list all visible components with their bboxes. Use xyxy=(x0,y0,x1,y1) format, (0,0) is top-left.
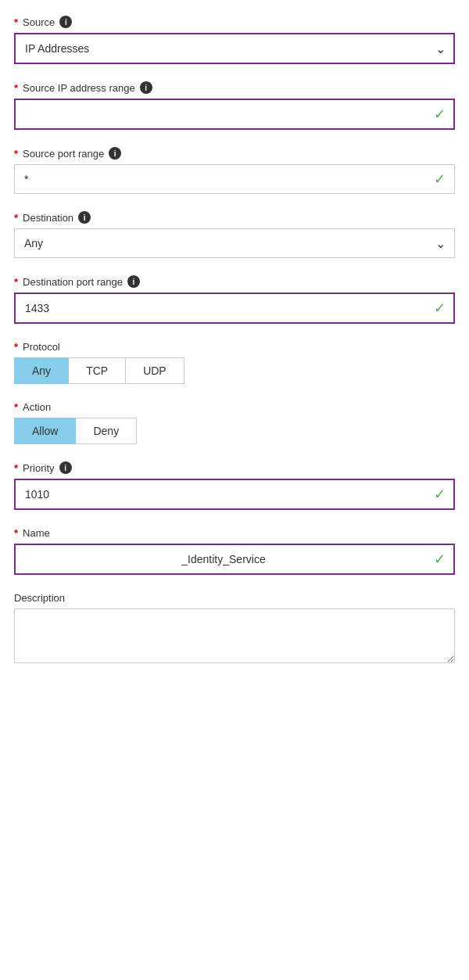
action-button-group: Allow Deny xyxy=(14,418,455,444)
source-group: * Source i IP Addresses Any Service Tag … xyxy=(14,16,455,64)
required-star: * xyxy=(14,527,18,539)
description-label: Description xyxy=(14,592,455,604)
name-group: * Name ✓ xyxy=(14,527,455,575)
name-label: * Name xyxy=(14,527,455,539)
priority-label-text: Priority xyxy=(23,462,54,474)
required-star: * xyxy=(14,82,18,94)
name-input-wrapper: ✓ xyxy=(14,544,455,575)
name-label-text: Name xyxy=(23,527,50,539)
required-star: * xyxy=(14,212,18,224)
destination-port-range-info-icon[interactable]: i xyxy=(127,275,140,288)
destination-port-range-group: * Destination port range i ✓ xyxy=(14,275,455,324)
priority-label: * Priority i xyxy=(14,461,455,474)
source-port-range-info-icon[interactable]: i xyxy=(109,147,121,160)
destination-port-range-label-text: Destination port range xyxy=(23,276,123,288)
source-ip-range-label-text: Source IP address range xyxy=(23,82,135,94)
source-port-range-input[interactable] xyxy=(14,164,455,194)
action-group: * Action Allow Deny xyxy=(14,401,455,444)
protocol-tcp-button[interactable]: TCP xyxy=(69,357,126,384)
description-group: Description xyxy=(14,592,455,666)
required-star: * xyxy=(14,16,18,28)
action-allow-button[interactable]: Allow xyxy=(14,418,76,444)
destination-port-range-label: * Destination port range i xyxy=(14,275,455,288)
source-port-range-input-wrapper: ✓ xyxy=(14,164,455,194)
required-star: * xyxy=(14,276,18,288)
source-label: * Source i xyxy=(14,16,455,28)
required-star: * xyxy=(14,462,18,474)
protocol-label: * Protocol xyxy=(14,341,455,353)
protocol-label-text: Protocol xyxy=(23,341,60,353)
destination-label-text: Destination xyxy=(23,212,73,224)
source-port-range-group: * Source port range i ✓ xyxy=(14,147,455,194)
name-input[interactable] xyxy=(14,544,455,575)
source-port-range-label-text: Source port range xyxy=(23,148,104,160)
source-label-text: Source xyxy=(23,16,55,28)
source-ip-range-input-wrapper: ✓ xyxy=(14,99,455,130)
destination-port-range-input-wrapper: ✓ xyxy=(14,293,455,324)
description-textarea[interactable] xyxy=(14,608,455,663)
source-select-wrapper: IP Addresses Any Service Tag Application… xyxy=(14,33,455,64)
destination-select[interactable]: Any IP Addresses Service Tag Application… xyxy=(14,228,455,258)
source-ip-range-input[interactable] xyxy=(14,99,455,130)
destination-select-wrapper: Any IP Addresses Service Tag Application… xyxy=(14,228,455,258)
required-star: * xyxy=(14,341,18,353)
destination-group: * Destination i Any IP Addresses Service… xyxy=(14,211,455,258)
source-ip-range-group: * Source IP address range i ✓ xyxy=(14,81,455,130)
destination-info-icon[interactable]: i xyxy=(78,211,91,224)
destination-label: * Destination i xyxy=(14,211,455,224)
source-ip-range-label: * Source IP address range i xyxy=(14,81,455,94)
action-label-text: Action xyxy=(23,401,51,413)
action-deny-button[interactable]: Deny xyxy=(76,418,137,444)
source-select[interactable]: IP Addresses Any Service Tag Application… xyxy=(14,33,455,64)
source-port-range-label: * Source port range i xyxy=(14,147,455,160)
priority-input-wrapper: ✓ xyxy=(14,479,455,510)
description-label-text: Description xyxy=(14,592,65,604)
protocol-group: * Protocol Any TCP UDP xyxy=(14,341,455,384)
source-info-icon[interactable]: i xyxy=(59,16,72,28)
priority-group: * Priority i ✓ xyxy=(14,461,455,510)
required-star: * xyxy=(14,148,18,160)
destination-port-range-input[interactable] xyxy=(14,293,455,324)
priority-input[interactable] xyxy=(14,479,455,510)
protocol-udp-button[interactable]: UDP xyxy=(126,357,184,384)
action-label: * Action xyxy=(14,401,455,413)
source-ip-range-info-icon[interactable]: i xyxy=(140,81,152,94)
priority-info-icon[interactable]: i xyxy=(59,461,72,474)
protocol-any-button[interactable]: Any xyxy=(14,357,69,384)
protocol-button-group: Any TCP UDP xyxy=(14,357,455,384)
required-star: * xyxy=(14,401,18,413)
